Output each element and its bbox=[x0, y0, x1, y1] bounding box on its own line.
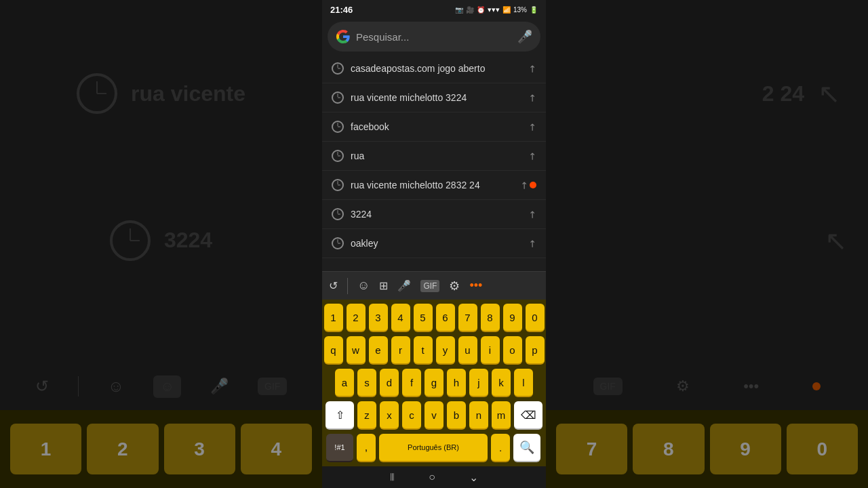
key-f[interactable]: f bbox=[402, 369, 421, 397]
search-bar[interactable]: Pesquisar... 🎤 bbox=[328, 22, 540, 52]
kb-more-icon[interactable]: ••• bbox=[469, 279, 482, 293]
bg-toolbar-right: GIF ⚙ ••• bbox=[546, 363, 868, 410]
bg-text-1: rua vicente bbox=[131, 81, 245, 106]
key-backspace[interactable]: ⌫ bbox=[514, 401, 542, 430]
key-n[interactable]: n bbox=[469, 401, 488, 430]
suggestion-text-0: casadeapostas.com jogo aberto bbox=[351, 63, 521, 74]
nav-back-icon[interactable]: ⌄ bbox=[469, 471, 478, 484]
key-b[interactable]: b bbox=[447, 401, 466, 430]
key-8[interactable]: 8 bbox=[481, 304, 500, 332]
bg-toolbar-left: ↺ ☺ ☺ 🎤 GIF bbox=[0, 363, 322, 410]
arrow-icon-2: ↗ bbox=[526, 120, 539, 134]
keyboard-row-qwerty: q w e r t y u i o p bbox=[325, 336, 543, 365]
nav-home-icon[interactable]: ○ bbox=[429, 471, 435, 483]
bg-keyboard-right: 7 8 9 0 bbox=[546, 410, 868, 488]
key-v[interactable]: v bbox=[425, 401, 443, 430]
kb-mic-icon[interactable]: 🎤 bbox=[397, 279, 411, 292]
key-q[interactable]: q bbox=[324, 336, 343, 365]
suggestion-text-6: oakley bbox=[351, 238, 521, 249]
video-icon: 🎥 bbox=[466, 6, 474, 14]
key-s[interactable]: s bbox=[357, 369, 376, 397]
history-icon-3 bbox=[332, 150, 344, 162]
key-search[interactable]: 🔍 bbox=[513, 434, 540, 462]
key-6[interactable]: 6 bbox=[436, 304, 455, 332]
suggestion-item-4[interactable]: rua vicente michelotto 2832 24 ↗ bbox=[322, 171, 546, 200]
key-2[interactable]: 2 bbox=[347, 304, 366, 332]
key-a[interactable]: a bbox=[335, 369, 354, 397]
toolbar-divider bbox=[347, 278, 348, 294]
key-k[interactable]: k bbox=[492, 369, 511, 397]
arrow-icon-1: ↗ bbox=[526, 91, 539, 104]
suggestion-item-0[interactable]: casadeapostas.com jogo aberto ↗ bbox=[322, 54, 546, 83]
bg-key-7: 7 bbox=[556, 424, 627, 474]
nav-menu-icon[interactable]: ⦀ bbox=[390, 471, 395, 483]
key-c[interactable]: c bbox=[402, 401, 421, 430]
arrow-icon-6: ↗ bbox=[526, 237, 539, 250]
suggestion-text-5: 3224 bbox=[351, 209, 521, 220]
phone-container: 21:46 📷 🎥 ⏰ ▾▾▾ 📶 13% 🔋 Pesquisar... 🎤 c… bbox=[322, 0, 546, 488]
key-4[interactable]: 4 bbox=[391, 304, 410, 332]
suggestion-item-2[interactable]: facebook ↗ bbox=[322, 113, 546, 142]
key-7[interactable]: 7 bbox=[458, 304, 477, 332]
key-g[interactable]: g bbox=[425, 369, 443, 397]
status-icons: 📷 🎥 ⏰ ▾▾▾ 📶 13% 🔋 bbox=[455, 5, 538, 14]
key-dot[interactable]: . bbox=[491, 434, 510, 462]
key-m[interactable]: m bbox=[492, 401, 511, 430]
search-placeholder[interactable]: Pesquisar... bbox=[356, 31, 512, 43]
kb-settings-icon[interactable]: ⚙ bbox=[449, 279, 460, 293]
bg-keyboard-left: 1 2 3 4 bbox=[0, 410, 322, 488]
suggestion-item-3[interactable]: rua ↗ bbox=[322, 142, 546, 171]
key-r[interactable]: r bbox=[391, 336, 410, 365]
key-comma[interactable]: , bbox=[357, 434, 376, 462]
suggestion-item-6[interactable]: oakley ↗ bbox=[322, 229, 546, 258]
kb-rotate-icon[interactable]: ↺ bbox=[329, 279, 338, 292]
mic-icon[interactable]: 🎤 bbox=[517, 29, 532, 44]
key-i[interactable]: i bbox=[481, 336, 500, 365]
alarm-icon: ⏰ bbox=[477, 6, 485, 14]
suggestion-item-1[interactable]: rua vicente michelotto 3224 ↗ bbox=[322, 83, 546, 113]
key-o[interactable]: o bbox=[503, 336, 522, 365]
key-sym[interactable]: !#1 bbox=[326, 434, 353, 462]
key-0[interactable]: 0 bbox=[526, 304, 545, 332]
key-j[interactable]: j bbox=[469, 369, 488, 397]
suggestion-text-1: rua vicente michelotto 3224 bbox=[351, 92, 521, 103]
key-5[interactable]: 5 bbox=[414, 304, 433, 332]
key-w[interactable]: w bbox=[347, 336, 366, 365]
bg-key-8: 8 bbox=[633, 424, 704, 474]
key-u[interactable]: u bbox=[458, 336, 477, 365]
key-l[interactable]: l bbox=[514, 369, 533, 397]
key-9[interactable]: 9 bbox=[503, 304, 522, 332]
bg-key-4: 4 bbox=[241, 424, 312, 474]
signal-icon: 📶 bbox=[502, 6, 511, 14]
key-x[interactable]: x bbox=[380, 401, 399, 430]
key-space[interactable]: Português (BR) bbox=[379, 434, 488, 462]
key-z[interactable]: z bbox=[357, 401, 376, 430]
key-y[interactable]: y bbox=[436, 336, 455, 365]
arrow-icon-0: ↗ bbox=[526, 62, 539, 75]
suggestion-text-3: rua bbox=[351, 150, 521, 161]
key-e[interactable]: e bbox=[369, 336, 388, 365]
keyboard-toolbar: ↺ ☺ ⊞ 🎤 GIF ⚙ ••• bbox=[322, 271, 546, 300]
suggestion-item-5[interactable]: 3224 ↗ bbox=[322, 200, 546, 229]
key-shift[interactable]: ⇧ bbox=[326, 401, 354, 430]
kb-gif-icon[interactable]: GIF bbox=[420, 280, 439, 292]
kb-emoji-icon[interactable]: ☺ bbox=[357, 279, 370, 293]
google-logo bbox=[336, 29, 351, 44]
suggestions-list: casadeapostas.com jogo aberto ↗ rua vice… bbox=[322, 54, 546, 271]
bg-key-0: 0 bbox=[787, 424, 858, 474]
key-p[interactable]: p bbox=[526, 336, 545, 365]
bg-clock-icon-2 bbox=[110, 220, 151, 261]
key-3[interactable]: 3 bbox=[369, 304, 388, 332]
arrow-icon-4: ↗ bbox=[517, 178, 531, 192]
suggestion-text-4: rua vicente michelotto 2832 24 bbox=[351, 180, 513, 190]
suggestion-text-2: facebook bbox=[351, 121, 521, 132]
key-h[interactable]: h bbox=[447, 369, 466, 397]
bg-key-1: 1 bbox=[10, 424, 81, 474]
key-t[interactable]: t bbox=[414, 336, 433, 365]
key-1[interactable]: 1 bbox=[324, 304, 343, 332]
arrow-icon-3: ↗ bbox=[526, 149, 539, 163]
kb-sticker-icon[interactable]: ⊞ bbox=[379, 279, 388, 292]
key-d[interactable]: d bbox=[380, 369, 399, 397]
keyboard-row-bottom: !#1 , Português (BR) . 🔍 bbox=[325, 434, 543, 466]
arrow-icon-5: ↗ bbox=[526, 207, 539, 221]
